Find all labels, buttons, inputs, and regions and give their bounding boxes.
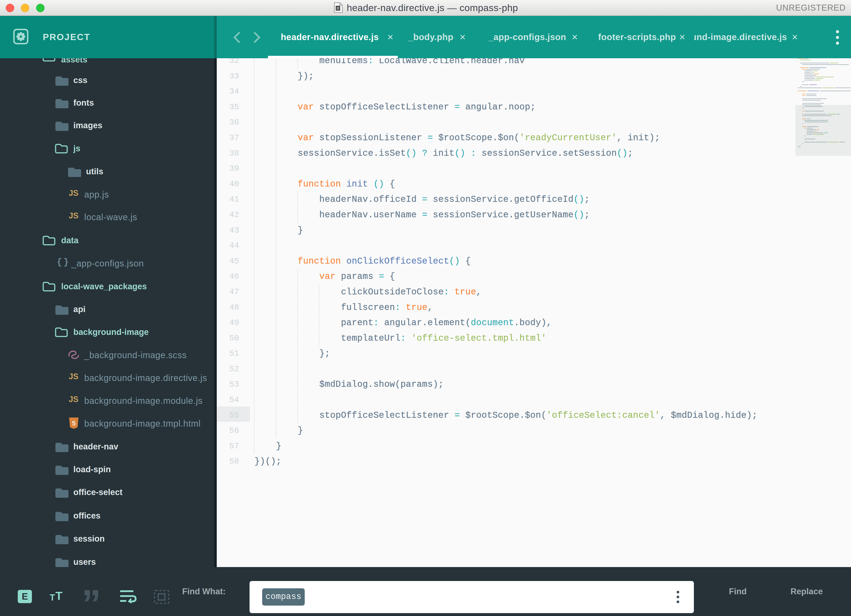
svg-text:5: 5 [72,420,76,427]
